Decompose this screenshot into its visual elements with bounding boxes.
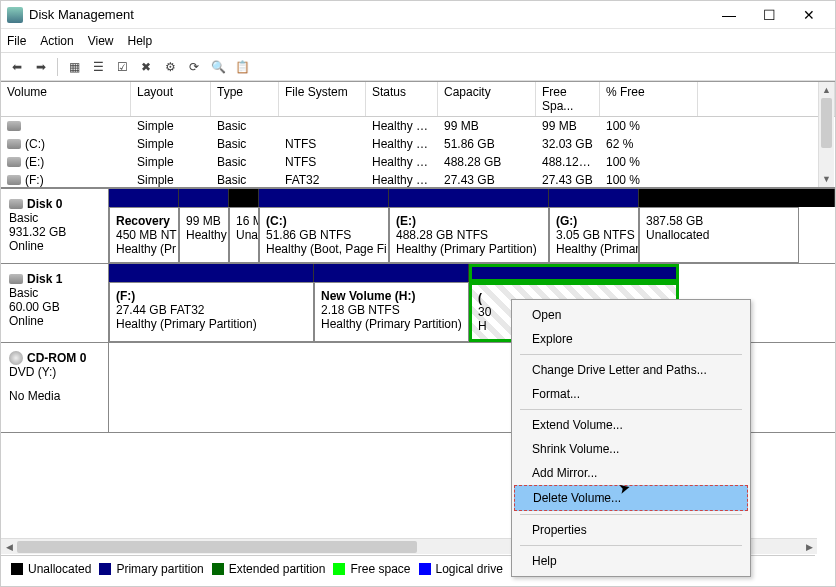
legend-swatch-primary — [99, 563, 111, 575]
table-header: Volume Layout Type File System Status Ca… — [1, 82, 835, 117]
partition-box[interactable]: (C:)51.86 GB NTFSHealthy (Boot, Page Fi — [259, 207, 389, 263]
volume-icon — [7, 175, 21, 185]
close-button[interactable]: ✕ — [789, 2, 829, 28]
col-free[interactable]: Free Spa... — [536, 82, 600, 116]
partition-box[interactable]: New Volume (H:)2.18 GB NTFSHealthy (Prim… — [314, 282, 469, 342]
partition-box[interactable]: Recovery450 MB NTHealthy (Pr — [109, 207, 179, 263]
table-row[interactable]: (C:) SimpleBasicNTFS Healthy (B...51.86 … — [1, 135, 835, 153]
col-status[interactable]: Status — [366, 82, 438, 116]
menubar: File Action View Help — [1, 29, 835, 53]
detail-icon[interactable]: ☰ — [88, 57, 108, 77]
volume-icon — [7, 121, 21, 131]
maximize-button[interactable]: ☐ — [749, 2, 789, 28]
partition-box[interactable]: (F:)27.44 GB FAT32Healthy (Primary Parti… — [109, 282, 314, 342]
ctx-extend[interactable]: Extend Volume... — [514, 413, 748, 437]
table-row[interactable]: (E:) SimpleBasicNTFS Healthy (P...488.28… — [1, 153, 835, 171]
col-type[interactable]: Type — [211, 82, 279, 116]
app-icon — [7, 7, 23, 23]
panel-icon[interactable]: ▦ — [64, 57, 84, 77]
partition-box[interactable]: (E:)488.28 GB NTFSHealthy (Primary Parti… — [389, 207, 549, 263]
list-icon[interactable]: 📋 — [232, 57, 252, 77]
ctx-separator — [520, 409, 742, 410]
vertical-scrollbar[interactable]: ▲ ▼ — [818, 82, 834, 187]
menu-help[interactable]: Help — [128, 34, 153, 48]
menu-action[interactable]: Action — [40, 34, 73, 48]
bar-seg — [639, 189, 835, 207]
bar-seg — [229, 189, 259, 207]
col-volume[interactable]: Volume — [1, 82, 131, 116]
table-row[interactable]: (F:) SimpleBasicFAT32 Healthy (P...27.43… — [1, 171, 835, 187]
check-icon[interactable]: ☑ — [112, 57, 132, 77]
hscroll-thumb[interactable] — [17, 541, 417, 553]
ctx-mirror[interactable]: Add Mirror... — [514, 461, 748, 485]
legend-swatch-extended — [212, 563, 224, 575]
table-row[interactable]: SimpleBasic Healthy (E...99 MB99 MB100 % — [1, 117, 835, 135]
bar-seg — [109, 264, 314, 282]
separator — [57, 58, 58, 76]
refresh-icon[interactable]: ⟳ — [184, 57, 204, 77]
bar-seg — [109, 189, 179, 207]
disk0-info[interactable]: Disk 0 Basic 931.32 GB Online — [1, 189, 109, 263]
bar-seg — [179, 189, 229, 207]
partition-box[interactable]: 387.58 GBUnallocated — [639, 207, 799, 263]
col-layout[interactable]: Layout — [131, 82, 211, 116]
back-icon[interactable]: ⬅ — [7, 57, 27, 77]
ctx-separator — [520, 545, 742, 546]
ctx-open[interactable]: Open — [514, 303, 748, 327]
volume-icon — [7, 157, 21, 167]
ctx-format[interactable]: Format... — [514, 382, 748, 406]
disk-icon — [9, 274, 23, 284]
toolbar: ⬅ ➡ ▦ ☰ ☑ ✖ ⚙ ⟳ 🔍 📋 — [1, 53, 835, 81]
ctx-shrink[interactable]: Shrink Volume... — [514, 437, 748, 461]
col-fs[interactable]: File System — [279, 82, 366, 116]
bar-seg-selected — [469, 264, 679, 282]
scroll-left-icon[interactable]: ◀ — [1, 539, 17, 554]
bar-seg — [314, 264, 469, 282]
cdrom-info[interactable]: CD-ROM 0 DVD (Y:) No Media — [1, 343, 109, 432]
legend-swatch-logical — [419, 563, 431, 575]
legend-swatch-free — [333, 563, 345, 575]
ctx-explore[interactable]: Explore — [514, 327, 748, 351]
scroll-right-icon[interactable]: ▶ — [801, 539, 817, 554]
minimize-button[interactable]: — — [709, 2, 749, 28]
volume-icon — [7, 139, 21, 149]
bar-seg — [259, 189, 389, 207]
ctx-separator — [520, 354, 742, 355]
ctx-separator — [520, 514, 742, 515]
menu-file[interactable]: File — [7, 34, 26, 48]
settings-icon[interactable]: ⚙ — [160, 57, 180, 77]
cd-icon — [9, 351, 23, 365]
bar-seg — [389, 189, 549, 207]
window-title: Disk Management — [29, 7, 709, 22]
col-pct[interactable]: % Free — [600, 82, 698, 116]
scroll-thumb[interactable] — [821, 98, 832, 148]
ctx-properties[interactable]: Properties — [514, 518, 748, 542]
x-icon[interactable]: ✖ — [136, 57, 156, 77]
bar-seg — [549, 189, 639, 207]
menu-view[interactable]: View — [88, 34, 114, 48]
col-spacer — [698, 82, 835, 116]
col-capacity[interactable]: Capacity — [438, 82, 536, 116]
disk-icon — [9, 199, 23, 209]
volume-table: Volume Layout Type File System Status Ca… — [1, 81, 835, 187]
disk1-info[interactable]: Disk 1 Basic 60.00 GB Online — [1, 264, 109, 342]
titlebar: Disk Management — ☐ ✕ — [1, 1, 835, 29]
search-icon[interactable]: 🔍 — [208, 57, 228, 77]
ctx-help[interactable]: Help — [514, 549, 748, 573]
legend-swatch-unallocated — [11, 563, 23, 575]
partition-box[interactable]: 99 MBHealthy — [179, 207, 229, 263]
partition-box[interactable]: 16 MUna — [229, 207, 259, 263]
context-menu: Open Explore Change Drive Letter and Pat… — [511, 299, 751, 577]
scroll-down-icon[interactable]: ▼ — [819, 171, 834, 187]
disk-row-0: Disk 0 Basic 931.32 GB Online Recovery45… — [1, 189, 835, 264]
ctx-change-letter[interactable]: Change Drive Letter and Paths... — [514, 358, 748, 382]
forward-icon[interactable]: ➡ — [31, 57, 51, 77]
scroll-up-icon[interactable]: ▲ — [819, 82, 834, 98]
partition-box[interactable]: (G:)3.05 GB NTFSHealthy (Primar — [549, 207, 639, 263]
